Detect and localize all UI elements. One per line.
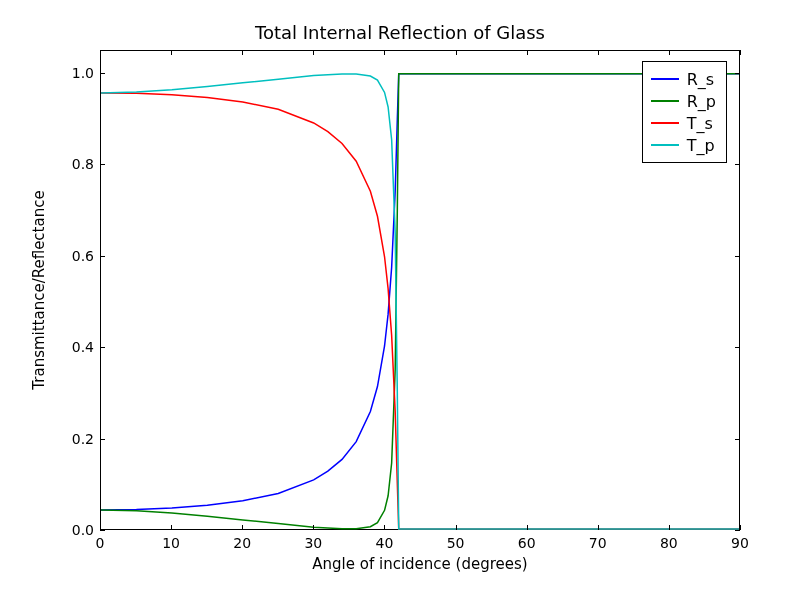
x-tick-mark — [313, 525, 314, 530]
x-tick-mark — [384, 525, 385, 530]
x-tick-mark-top — [242, 50, 243, 55]
legend-label-tp: T_p — [687, 136, 715, 155]
legend-label-ts: T_s — [687, 114, 713, 133]
x-tick-mark-top — [384, 50, 385, 55]
legend-label-rs: R_s — [687, 70, 714, 89]
x-tick-label: 90 — [731, 535, 749, 551]
plot-area: R_s R_p T_s T_p — [100, 50, 740, 530]
y-tick-label: 0.8 — [54, 156, 94, 172]
x-tick-mark-top — [313, 50, 314, 55]
x-tick-label: 30 — [304, 535, 322, 551]
x-tick-mark-top — [527, 50, 528, 55]
y-tick-mark-right — [735, 439, 740, 440]
x-tick-mark-top — [669, 50, 670, 55]
x-tick-label: 0 — [96, 535, 105, 551]
x-tick-mark-top — [456, 50, 457, 55]
legend-entry-rp: R_p — [651, 90, 716, 112]
legend-entry-rs: R_s — [651, 68, 716, 90]
y-tick-mark-right — [735, 256, 740, 257]
legend-entry-ts: T_s — [651, 112, 716, 134]
x-tick-label: 40 — [376, 535, 394, 551]
x-tick-label: 70 — [589, 535, 607, 551]
x-tick-label: 50 — [447, 535, 465, 551]
x-tick-mark — [456, 525, 457, 530]
y-tick-mark — [100, 256, 105, 257]
y-axis-label: Transmittance/Reflectance — [30, 50, 50, 530]
y-tick-mark-right — [735, 73, 740, 74]
x-tick-mark — [598, 525, 599, 530]
y-tick-mark — [100, 347, 105, 348]
x-tick-label: 20 — [233, 535, 251, 551]
legend-swatch-rs — [651, 78, 679, 80]
y-tick-label: 0.6 — [54, 248, 94, 264]
x-tick-mark-top — [598, 50, 599, 55]
legend-label-rp: R_p — [687, 92, 716, 111]
legend-swatch-tp — [651, 144, 679, 146]
chart-container: Total Internal Reflection of Glass R_s R… — [0, 0, 800, 600]
legend-swatch-rp — [651, 100, 679, 102]
chart-title: Total Internal Reflection of Glass — [0, 22, 800, 43]
x-tick-label: 60 — [518, 535, 536, 551]
x-tick-mark-top — [100, 50, 101, 55]
x-axis-label: Angle of incidence (degrees) — [100, 555, 740, 573]
y-tick-label: 1.0 — [54, 65, 94, 81]
x-tick-mark — [242, 525, 243, 530]
x-tick-label: 10 — [162, 535, 180, 551]
x-tick-mark-top — [171, 50, 172, 55]
y-tick-mark — [100, 73, 105, 74]
x-tick-mark — [740, 525, 741, 530]
x-tick-mark — [171, 525, 172, 530]
x-tick-mark — [669, 525, 670, 530]
y-tick-label: 0.0 — [54, 522, 94, 538]
y-tick-label: 0.2 — [54, 431, 94, 447]
y-tick-mark — [100, 439, 105, 440]
y-tick-mark — [100, 164, 105, 165]
x-tick-mark-top — [740, 50, 741, 55]
y-tick-mark-right — [735, 347, 740, 348]
y-tick-mark — [100, 530, 105, 531]
legend: R_s R_p T_s T_p — [642, 61, 727, 163]
y-tick-mark-right — [735, 164, 740, 165]
y-axis-label-text: Transmittance/Reflectance — [30, 50, 48, 530]
y-tick-label: 0.4 — [54, 339, 94, 355]
legend-entry-tp: T_p — [651, 134, 716, 156]
x-tick-mark — [527, 525, 528, 530]
x-tick-label: 80 — [660, 535, 678, 551]
legend-swatch-ts — [651, 122, 679, 124]
y-tick-mark-right — [735, 530, 740, 531]
